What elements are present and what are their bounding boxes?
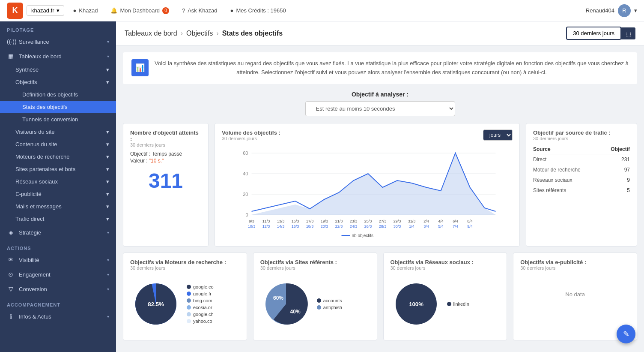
info-icon-box: 📊 bbox=[131, 59, 149, 76]
legend-item: google.fr bbox=[187, 291, 214, 296]
site-selector[interactable]: khazad.fr ▾ bbox=[27, 5, 64, 16]
svg-text:15/3: 15/3 bbox=[292, 219, 299, 223]
svg-text:18/3: 18/3 bbox=[306, 224, 314, 229]
nav-dashboard[interactable]: 🔔 Mon Dashboard 0 bbox=[110, 7, 169, 14]
breadcrumb-item-1[interactable]: Tableaux de bord bbox=[125, 30, 177, 37]
pie-chart-moteurs: 82.5% bbox=[130, 278, 182, 330]
chevron-icon: ▾ bbox=[107, 230, 109, 235]
sidebar-item-definition[interactable]: Définition des objectifs bbox=[0, 88, 116, 101]
svg-text:100%: 100% bbox=[409, 301, 423, 307]
legend-dot bbox=[187, 312, 191, 316]
sidebar-item-visibilite[interactable]: 👁 Visibilité ▾ bbox=[0, 253, 116, 267]
content-area: Tableaux de bord › Objectifs › Stats des… bbox=[116, 21, 644, 352]
site-label: khazad.fr bbox=[31, 7, 54, 14]
sidebar-item-label: Moteurs de recherche bbox=[15, 153, 69, 160]
cards-row-main: Nombre d'objectif atteints : 30 derniers… bbox=[123, 123, 637, 247]
sidebar-item-surveillance[interactable]: ((·)) Surveillance ▾ bbox=[0, 34, 116, 49]
bottom-row: Objectifs via Moteurs de recherche : 30 … bbox=[123, 253, 637, 340]
sidebar-item-trafic[interactable]: Trafic direct ▾ bbox=[0, 213, 116, 225]
sidebar-item-visiteurs[interactable]: Visiteurs du site ▾ bbox=[0, 126, 116, 138]
objectif-dropdown[interactable]: Est resté au moins 10 secondes bbox=[305, 101, 455, 116]
sidebar-item-mails[interactable]: Mails et messages ▾ bbox=[0, 200, 116, 213]
obj-type: Objectif : Temps passé bbox=[130, 151, 201, 157]
avatar: R bbox=[618, 4, 631, 17]
sidebar-item-tableaux[interactable]: ▦ Tableaux de bord ▾ bbox=[0, 49, 116, 63]
info-text: Voici la synthèse des statistiques au re… bbox=[155, 59, 629, 77]
card-moteurs-title: Objectifs via Moteurs de recherche : bbox=[130, 259, 240, 265]
sidebar-item-epublicite[interactable]: E-publicité ▾ bbox=[0, 188, 116, 200]
actions-label: ACTIONS bbox=[0, 240, 116, 253]
svg-text:60%: 60% bbox=[273, 295, 283, 301]
legend-dot bbox=[187, 292, 191, 296]
svg-text:20/3: 20/3 bbox=[321, 224, 328, 229]
legend-label: google.co bbox=[193, 284, 214, 289]
svg-text:21/3: 21/3 bbox=[335, 219, 343, 223]
sidebar-item-infos[interactable]: ℹ Infos & Actus ▾ bbox=[0, 309, 116, 324]
nav-credits[interactable]: ● Mes Crédits : 19650 bbox=[230, 7, 286, 14]
obj-count: 311 bbox=[130, 165, 201, 197]
table-row: Sites référents5 bbox=[533, 185, 630, 196]
breadcrumb: Tableaux de bord › Objectifs › Stats des… bbox=[125, 30, 283, 37]
sidebar-item-contenus[interactable]: Contenus du site ▾ bbox=[0, 138, 116, 150]
sidebar-item-reseaux[interactable]: Réseaux sociaux ▾ bbox=[0, 175, 116, 188]
sidebar-item-moteurs[interactable]: Moteurs de recherche ▾ bbox=[0, 150, 116, 163]
svg-text:16/3: 16/3 bbox=[292, 224, 299, 229]
legend-dot bbox=[187, 305, 191, 310]
date-range-input[interactable]: 30 derniers jours bbox=[566, 27, 621, 40]
legend-item: yahoo.co bbox=[187, 319, 214, 324]
sidebar-item-partenaires[interactable]: Sites partenaires et bots ▾ bbox=[0, 163, 116, 175]
pilotage-label: PILOTAGE bbox=[0, 21, 116, 34]
sidebar-item-label: Mails et messages bbox=[15, 203, 62, 210]
sidebar-item-label: Visiteurs du site bbox=[15, 129, 55, 135]
legend-item: google.co bbox=[187, 284, 214, 289]
sidebar-item-label: Stats des objectifs bbox=[22, 104, 68, 110]
sidebar-item-stats[interactable]: Stats des objectifs bbox=[0, 101, 116, 113]
sidebar-item-label: E-publicité bbox=[15, 191, 42, 197]
chevron-down-icon: ▾ bbox=[57, 7, 60, 14]
legend-item: antiphish bbox=[317, 305, 342, 310]
chevron-icon: ▾ bbox=[106, 216, 109, 222]
value-cell: 231 bbox=[602, 154, 630, 165]
legend-label: google.ch bbox=[193, 312, 214, 317]
svg-text:14/3: 14/3 bbox=[277, 224, 285, 229]
nav-ask[interactable]: ? Ask Khazad bbox=[182, 7, 218, 14]
user-area[interactable]: Renaud404 R ▾ bbox=[586, 4, 637, 17]
sidebar-item-label: Sites partenaires et bots bbox=[15, 166, 75, 172]
obj-val: Valeur : "10 s." bbox=[130, 158, 201, 164]
info-icon: ℹ bbox=[7, 313, 15, 320]
breadcrumb-item-2[interactable]: Objectifs bbox=[186, 30, 213, 37]
date-range-label: 30 derniers jours bbox=[573, 30, 614, 36]
source-cell: Moteur de recherche bbox=[533, 165, 602, 175]
sidebar-item-strategie[interactable]: ◈ Stratégie ▾ bbox=[0, 225, 116, 240]
svg-text:nb objectifs: nb objectifs bbox=[352, 233, 374, 238]
volume-chart: 60 40 20 0 9/3 11/3 13/3 15 bbox=[222, 144, 513, 239]
grid-icon: ▦ bbox=[7, 53, 15, 60]
card-moteurs-subtitle: 30 derniers jours bbox=[130, 265, 240, 271]
card-reseaux: Objectifs via Réseaux sociaux : 30 derni… bbox=[383, 253, 507, 340]
dot-icon: ● bbox=[73, 7, 76, 14]
sidebar-item-conversion[interactable]: ▽ Conversion ▾ bbox=[0, 282, 116, 296]
svg-text:24/3: 24/3 bbox=[350, 224, 358, 229]
legend-item: accounts bbox=[317, 298, 342, 303]
date-range-button[interactable]: ⬚ bbox=[621, 27, 635, 39]
chevron-icon: ▾ bbox=[106, 166, 109, 172]
svg-text:28/3: 28/3 bbox=[379, 224, 387, 229]
sidebar-item-objectifs[interactable]: Objectifs ▾ bbox=[0, 76, 116, 88]
obj-val-label: Valeur : bbox=[130, 158, 147, 164]
topnav-right: Renaud404 R ▾ bbox=[586, 4, 637, 17]
source-cell: Direct bbox=[533, 154, 602, 165]
sidebar-item-label: Stratégie bbox=[19, 229, 41, 236]
logo-icon[interactable]: K bbox=[7, 3, 23, 19]
chart-period-select[interactable]: jours bbox=[483, 129, 513, 141]
sidebar-item-synthese[interactable]: Synthèse ▾ bbox=[0, 63, 116, 76]
nav-khazad[interactable]: ● Khazad bbox=[73, 7, 98, 14]
sidebar-item-tunnels[interactable]: Tunnels de conversion bbox=[0, 113, 116, 126]
sidebar-item-label: Objectifs bbox=[15, 79, 37, 85]
table-row: Réseaux sociaux9 bbox=[533, 175, 630, 185]
fab-button[interactable]: ✎ bbox=[617, 325, 635, 343]
svg-text:19/3: 19/3 bbox=[321, 219, 328, 223]
value-cell: 9 bbox=[602, 175, 630, 185]
credits-icon: ● bbox=[230, 7, 234, 14]
notification-badge: 0 bbox=[162, 7, 169, 14]
sidebar-item-engagement[interactable]: ⊙ Engagement ▾ bbox=[0, 267, 116, 282]
